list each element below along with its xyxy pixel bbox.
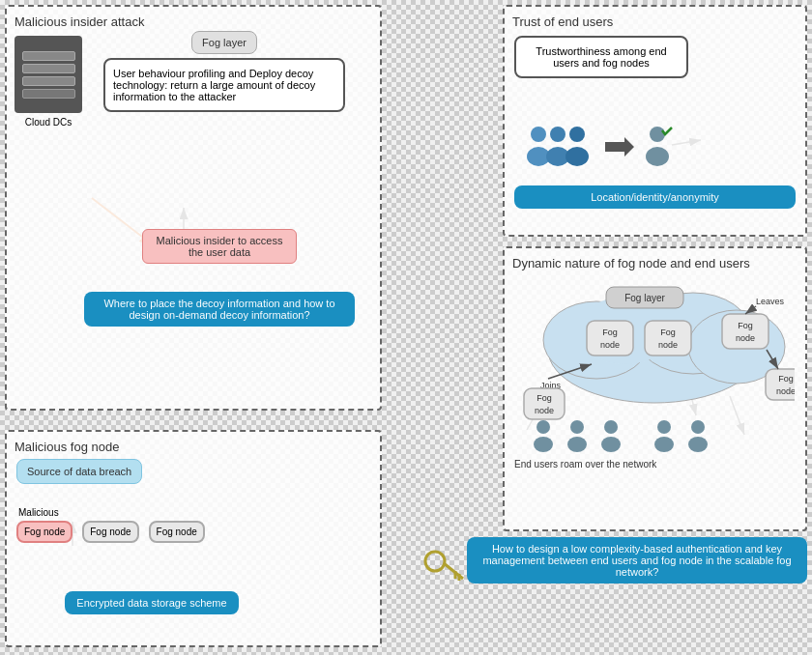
question-text: Where to place the decoy information and… xyxy=(84,292,355,327)
encrypted-storage-container: Encrypted data storage scheme xyxy=(65,591,239,614)
single-person-svg xyxy=(638,123,677,171)
server-icon xyxy=(14,36,82,113)
question-box: Where to place the decoy information and… xyxy=(84,292,355,327)
cloud-dc-container: Cloud DCs xyxy=(14,36,82,128)
key-icon-container xyxy=(420,542,464,588)
location-box: Location/identity/anonymity xyxy=(514,185,796,209)
section2-title: Trust of end users xyxy=(512,14,798,29)
dynamic-section: Dynamic nature of fog node and end users… xyxy=(503,246,807,531)
encrypted-storage-text: Encrypted data storage scheme xyxy=(65,591,239,614)
malicious-insider-box: Malicious insider to access the user dat… xyxy=(142,229,297,264)
svg-point-47 xyxy=(425,552,445,571)
fog-layer-container: Fog layer User behaviour profiling and D… xyxy=(103,31,345,112)
fog-nodes-row: Fog node Fog node Fog node xyxy=(16,521,205,543)
svg-marker-10 xyxy=(605,137,634,157)
svg-point-44 xyxy=(654,437,674,452)
svg-text:Fog: Fog xyxy=(778,374,794,384)
svg-text:node: node xyxy=(736,333,755,343)
svg-point-39 xyxy=(570,420,584,434)
auth-question-container: How to design a low complexity-based aut… xyxy=(420,537,807,584)
auth-question-box: How to design a low complexity-based aut… xyxy=(467,537,807,584)
svg-text:node: node xyxy=(535,406,554,415)
trustworthiness-text: Trustworthiness among end users and fog … xyxy=(514,36,688,78)
svg-point-11 xyxy=(650,127,665,142)
section3-title: Malicious fog node xyxy=(14,440,372,454)
roam-text: End users roam over the network xyxy=(514,459,656,470)
svg-text:node: node xyxy=(658,340,678,350)
fog-cloud-area: Fog layer Fog node Fog node Fog node Joi… xyxy=(519,277,795,432)
svg-text:Fog: Fog xyxy=(738,321,753,330)
svg-text:Fog: Fog xyxy=(602,328,618,337)
svg-text:node: node xyxy=(600,340,620,350)
svg-text:Fog: Fog xyxy=(536,393,552,403)
svg-point-4 xyxy=(531,127,546,142)
svg-point-6 xyxy=(550,127,566,142)
fog-layer-label: Fog layer xyxy=(191,31,257,54)
svg-rect-23 xyxy=(645,321,691,356)
svg-text:Fog: Fog xyxy=(660,328,676,337)
section4-title: Dynamic nature of fog node and end users xyxy=(512,256,798,271)
location-text: Location/identity/anonymity xyxy=(514,185,796,209)
arrow-svg xyxy=(605,132,634,161)
svg-point-41 xyxy=(604,420,618,434)
fog-layer-desc: User behaviour profiling and Deploy deco… xyxy=(103,58,345,112)
svg-point-8 xyxy=(569,127,585,142)
svg-point-12 xyxy=(646,147,669,166)
end-users-svg xyxy=(524,417,737,456)
svg-point-38 xyxy=(534,437,553,452)
trust-section: Trust of end users Trustworthiness among… xyxy=(503,5,807,237)
svg-point-40 xyxy=(567,437,587,452)
svg-point-43 xyxy=(657,420,671,434)
trustworthiness-container: Trustworthiness among end users and fog … xyxy=(514,36,688,78)
svg-text:Leaves: Leaves xyxy=(756,297,785,306)
source-breach-container: Source of data breach xyxy=(16,459,142,484)
svg-rect-26 xyxy=(722,314,768,349)
fog-layer-label-wrapper: Fog layer xyxy=(103,31,345,54)
malicious-insider-section: Malicious insider attack Cloud DCs Fog l… xyxy=(5,5,382,411)
person-group xyxy=(524,123,677,171)
svg-point-45 xyxy=(691,420,705,434)
cloud-dc-label: Cloud DCs xyxy=(14,117,82,128)
malicious-label: Malicious xyxy=(18,507,59,518)
fog-node-2: Fog node xyxy=(82,521,138,543)
end-user-persons xyxy=(524,417,737,456)
key-icon xyxy=(420,542,464,585)
svg-point-37 xyxy=(536,420,550,434)
malicious-fog-section: Malicious fog node Source of data breach… xyxy=(5,430,382,647)
person-group-svg xyxy=(524,123,601,171)
svg-rect-20 xyxy=(587,321,633,356)
svg-text:Fog layer: Fog layer xyxy=(624,293,665,303)
fog-cloud-svg: Fog layer Fog node Fog node Fog node Joi… xyxy=(519,277,795,432)
malicious-insider-text: Malicious insider to access the user dat… xyxy=(142,229,297,264)
svg-point-9 xyxy=(566,147,589,166)
svg-point-46 xyxy=(688,437,708,452)
fog-node-3: Fog node xyxy=(149,521,205,543)
fog-node-malicious: Fog node xyxy=(16,521,72,543)
svg-point-42 xyxy=(601,437,621,452)
section1-title: Malicious insider attack xyxy=(14,14,372,29)
svg-text:node: node xyxy=(776,386,795,396)
auth-question-text: How to design a low complexity-based aut… xyxy=(467,537,807,584)
source-breach-text: Source of data breach xyxy=(16,459,142,484)
